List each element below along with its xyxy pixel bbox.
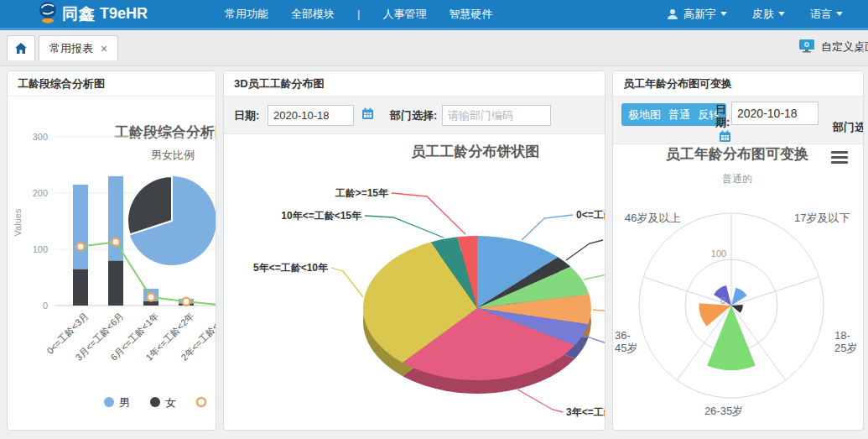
svg-text:男女比例: 男女比例 <box>151 149 195 161</box>
svg-text:0: 0 <box>43 301 48 311</box>
department-label: 部门选择: <box>390 108 437 123</box>
svg-text:0<=工龄<3月: 0<=工龄<3月 <box>576 209 605 221</box>
filter-toolbar: 日期: 部门选择: <box>224 97 605 134</box>
department-label: 部门选择: <box>833 120 864 135</box>
nav-item-smart-hardware[interactable]: 智慧硬件 <box>449 7 492 22</box>
seniority-3d-pie-chart[interactable]: 员工工龄分布饼状图0<=工龄<3月3月<=工龄<6月6月<=工龄<1年1年<=工… <box>224 134 605 430</box>
chart-toolbar: 极地图 普通 反转 日期: 部门选择: <box>613 97 863 144</box>
svg-text:10年<=工龄<15年: 10年<=工龄<15年 <box>281 210 361 222</box>
panel-title: 员工年龄分布图可变换 <box>613 71 863 97</box>
svg-text:100: 100 <box>711 248 726 259</box>
brand-name-en: T9eHR <box>100 5 148 23</box>
panel-3d-seniority-pie: 3D员工工龄分布图 日期: 部门选择: 员工工龄分布饼状图0<=工龄<3月3月<… <box>223 71 606 431</box>
svg-text:工龄段综合分析图: 工龄段综合分析图 <box>114 124 216 140</box>
svg-text:3年<=工龄<5年: 3年<=工龄<5年 <box>566 406 605 418</box>
department-input[interactable] <box>442 105 551 126</box>
svg-text:员工年龄分布图可变换: 员工年龄分布图可变换 <box>666 146 808 162</box>
panel-title: 工龄段综合分析图 <box>8 71 216 97</box>
main-nav: 常用功能 全部模块 | 人事管理 智慧硬件 <box>225 7 492 22</box>
svg-text:25岁: 25岁 <box>834 342 857 354</box>
top-navbar: 同鑫T9eHR 常用功能 全部模块 | 人事管理 智慧硬件 高新宇 皮肤 语言 <box>0 0 868 30</box>
svg-text:46岁及以上: 46岁及以上 <box>625 212 680 224</box>
panel-title: 3D员工工龄分布图 <box>224 71 605 97</box>
svg-text:45岁: 45岁 <box>615 342 637 354</box>
svg-text:18-: 18- <box>834 329 850 342</box>
nav-separator: | <box>357 8 360 20</box>
calendar-icon[interactable] <box>361 107 374 123</box>
custom-desktop-link[interactable]: 自定义桌面 <box>798 39 868 55</box>
date-label: 日期: <box>234 108 259 123</box>
svg-text:员工工龄分布饼状图: 员工工龄分布饼状图 <box>412 144 540 159</box>
tab-home[interactable] <box>7 35 35 60</box>
language-menu[interactable]: 语言 <box>810 7 843 22</box>
seniority-combo-chart[interactable]: 工龄段综合分析图0100200300Values0<=工龄<3月3月<=工龄<6… <box>8 97 216 431</box>
brand-logo-icon <box>38 1 58 27</box>
tab-label: 常用报表 <box>49 41 93 56</box>
chevron-down-icon <box>720 12 727 16</box>
close-icon[interactable]: × <box>101 43 107 55</box>
svg-text:200: 200 <box>33 188 48 198</box>
tab-bar: 常用报表 × 自定义桌面 <box>0 30 868 66</box>
svg-text:26-35岁: 26-35岁 <box>704 405 743 417</box>
chevron-down-icon <box>778 12 785 16</box>
date-input[interactable] <box>268 105 354 126</box>
svg-text:男: 男 <box>119 396 130 409</box>
skin-menu[interactable]: 皮肤 <box>752 7 785 22</box>
svg-text:36-: 36- <box>615 329 631 342</box>
panel-age-distribution: 员工年龄分布图可变换 极地图 普通 反转 日期: 部门选择: 员工年龄分布图可变… <box>612 71 864 431</box>
svg-text:5年<=工龄<10年: 5年<=工龄<10年 <box>253 262 328 274</box>
monitor-icon <box>798 39 815 55</box>
chevron-down-icon <box>836 12 843 16</box>
polar-chart-button[interactable]: 极地图 <box>621 103 668 126</box>
topbar-right: 高新宇 皮肤 语言 <box>666 7 868 22</box>
tab-common-reports[interactable]: 常用报表 × <box>39 35 118 60</box>
panel-seniority-analysis: 工龄段综合分析图 工龄段综合分析图0100200300Values0<=工龄<3… <box>7 71 216 431</box>
app-root: 同鑫T9eHR 常用功能 全部模块 | 人事管理 智慧硬件 高新宇 皮肤 语言 … <box>0 0 868 439</box>
brand-name-cn: 同鑫 <box>62 3 96 25</box>
user-name: 高新宇 <box>683 7 716 22</box>
svg-text:普通的: 普通的 <box>722 173 752 185</box>
date-input[interactable] <box>731 102 819 125</box>
svg-text:女: 女 <box>165 396 176 409</box>
nav-item-all-modules[interactable]: 全部模块 <box>291 7 335 22</box>
home-icon <box>14 42 28 55</box>
svg-text:0: 0 <box>720 295 725 306</box>
svg-text:17岁及以下: 17岁及以下 <box>794 212 850 224</box>
svg-text:工龄>=15年: 工龄>=15年 <box>335 187 388 199</box>
svg-text:100: 100 <box>33 244 48 254</box>
date-label: 日期: <box>715 103 730 128</box>
nav-item-hr-management[interactable]: 人事管理 <box>382 7 426 22</box>
svg-text:300: 300 <box>33 132 48 142</box>
svg-text:Values: Values <box>13 208 23 236</box>
brand-logo[interactable]: 同鑫T9eHR <box>38 1 148 27</box>
chart-menu-icon[interactable] <box>831 149 848 166</box>
user-avatar-icon <box>666 8 679 21</box>
user-menu[interactable]: 高新宇 <box>683 7 727 22</box>
age-rose-chart[interactable]: 员工年龄分布图可变换普通的100017岁及以下18-25岁26-35岁36-45… <box>613 144 863 430</box>
nav-item-common-functions[interactable]: 常用功能 <box>225 7 268 22</box>
